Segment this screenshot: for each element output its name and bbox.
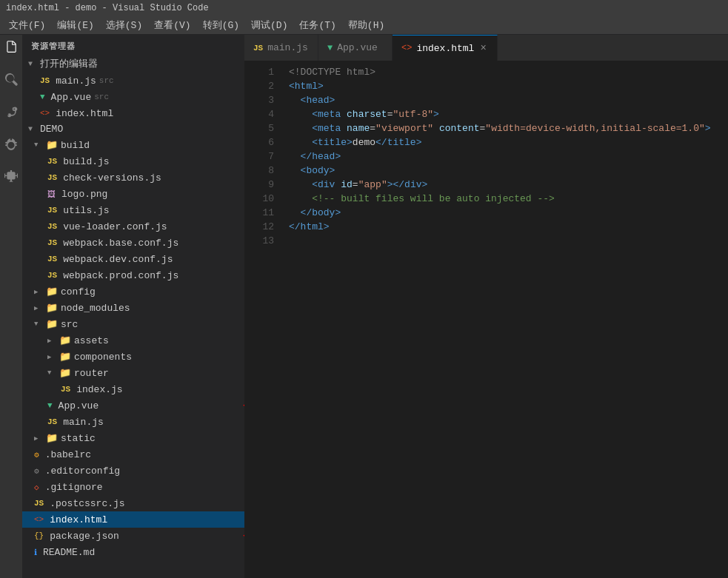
file-index-html[interactable]: <> index.html (22, 511, 244, 528)
folder-name: node_modules (61, 303, 130, 314)
info-icon: ℹ (34, 548, 37, 557)
git-icon: ◇ (34, 483, 39, 492)
tab-index-html[interactable]: <> index.html × (393, 35, 498, 61)
tab-label: App.vue (337, 42, 378, 53)
open-editor-main-js[interactable]: JS main.js src (22, 73, 244, 89)
file-postcssrc[interactable]: JS .postcssrc.js (22, 495, 244, 511)
file-check-versions[interactable]: JS check-versions.js (22, 169, 244, 186)
filename: .babelrc (45, 449, 91, 460)
tab-label: main.js (267, 42, 308, 53)
folder-name: assets (74, 335, 109, 346)
file-webpack-dev[interactable]: JS webpack.dev.conf.js (22, 251, 244, 267)
git-icon[interactable] (2, 103, 20, 121)
file-editorconfig[interactable]: ⚙ .editorconfig (22, 463, 244, 479)
menu-view[interactable]: 查看(V) (148, 17, 196, 33)
static-chevron (34, 434, 44, 443)
gear-icon: ⚙ (34, 466, 39, 476)
extensions-icon[interactable] (2, 168, 20, 186)
folder-icon: 📁 (46, 318, 58, 330)
src-chevron (34, 320, 44, 328)
filename: build.js (63, 156, 109, 167)
folder-name: config (61, 286, 96, 298)
code-content[interactable]: <!DOCTYPE html> <html> <head> <meta char… (280, 61, 728, 578)
filename: index.html (50, 514, 107, 525)
debug-icon[interactable] (2, 135, 20, 153)
search-icon[interactable] (2, 70, 20, 88)
build-chevron (34, 141, 44, 149)
img-icon: 🖼 (47, 189, 56, 199)
filename: package.json (50, 531, 119, 542)
file-babelrc[interactable]: ⚙ .babelrc (22, 446, 244, 463)
file-build-js[interactable]: JS build.js (22, 153, 244, 169)
folder-router[interactable]: 📁 router (22, 365, 244, 381)
filename: check-versions.js (63, 172, 161, 184)
sidebar-title: 资源管理器 (22, 35, 244, 55)
tab-app-vue[interactable]: ▼ App.vue (318, 35, 393, 61)
file-path: src (99, 76, 114, 85)
title-bar: index.html - demo - Visual Studio Code (0, 0, 728, 16)
file-utils-js[interactable]: JS utils.js (22, 202, 244, 218)
node-modules-chevron (34, 304, 44, 312)
file-src-app-vue[interactable]: ▼ App.vue ← (22, 397, 244, 414)
activity-bar (0, 35, 22, 578)
tab-close-button[interactable]: × (478, 41, 487, 55)
folder-assets[interactable]: 📁 assets (22, 332, 244, 349)
filename: webpack.base.conf.js (63, 238, 178, 249)
filename: App.vue (51, 92, 92, 103)
filename: webpack.dev.conf.js (63, 254, 173, 265)
open-editors-chevron (28, 60, 39, 68)
title-text: index.html - demo - Visual Studio Code (6, 3, 209, 13)
open-editors-section[interactable]: 打开的编辑器 (22, 55, 244, 73)
filename: index.js (76, 384, 122, 395)
file-logo-png[interactable]: 🖼 logo.png (22, 186, 244, 202)
tab-main-js[interactable]: JS main.js (244, 35, 318, 61)
file-readme[interactable]: ℹ README.md (22, 544, 244, 560)
html-icon: <> (40, 109, 50, 118)
file-webpack-prod[interactable]: JS webpack.prod.conf.js (22, 267, 244, 283)
js-icon: JS (47, 222, 57, 231)
folder-config[interactable]: 📁 config (22, 283, 244, 300)
file-router-index-js[interactable]: JS index.js (22, 381, 244, 397)
folder-icon: 📁 (46, 286, 58, 298)
folder-components[interactable]: 📁 components (22, 349, 244, 365)
folder-name: components (74, 352, 132, 363)
assets-chevron (47, 337, 58, 345)
folder-src[interactable]: 📁 src (22, 316, 244, 332)
code-editor[interactable]: 1 2 3 4 5 6 7 8 9 10 11 12 13 <!DOCTYPE … (244, 61, 728, 578)
file-gitignore[interactable]: ◇ .gitignore (22, 479, 244, 495)
js-icon: JS (47, 173, 57, 182)
menu-goto[interactable]: 转到(G) (197, 17, 245, 33)
file-src-main-js[interactable]: JS main.js (22, 414, 244, 430)
folder-static[interactable]: 📁 static (22, 430, 244, 446)
js-icon: JS (34, 499, 44, 508)
filename: App.vue (59, 400, 99, 411)
file-package-json[interactable]: {} package.json ← (22, 528, 244, 544)
folder-node-modules[interactable]: 📁 node_modules (22, 300, 244, 316)
js-icon: JS (40, 76, 50, 85)
tab-vue-icon: ▼ (327, 43, 333, 53)
tab-bar: JS main.js ▼ App.vue <> index.html × (244, 35, 728, 61)
open-editor-index-html[interactable]: <> index.html (22, 105, 244, 121)
file-vue-loader[interactable]: JS vue-loader.conf.js (22, 218, 244, 235)
filename: vue-loader.conf.js (63, 221, 167, 232)
folder-name: static (61, 433, 96, 444)
filename: main.js (63, 417, 104, 428)
folder-name: src (61, 319, 78, 330)
json-icon: {} (34, 531, 44, 540)
menu-edit[interactable]: 编辑(E) (51, 17, 99, 33)
demo-section[interactable]: DEMO (22, 121, 244, 137)
menu-select[interactable]: 选择(S) (100, 17, 148, 33)
folder-build[interactable]: 📁 build (22, 137, 244, 153)
config-chevron (34, 288, 44, 296)
file-webpack-base[interactable]: JS webpack.base.conf.js (22, 235, 244, 251)
open-editor-app-vue[interactable]: ▼ App.vue src (22, 89, 244, 105)
menu-file[interactable]: 文件(F) (3, 17, 51, 33)
menu-help[interactable]: 帮助(H) (342, 17, 390, 33)
folder-icon: 📁 (46, 432, 58, 444)
main-layout: 资源管理器 打开的编辑器 JS main.js src ▼ App.vue sr… (0, 35, 728, 578)
folder-icon: 📁 (59, 335, 71, 346)
menu-debug[interactable]: 调试(D) (245, 17, 293, 33)
router-chevron (47, 369, 58, 377)
menu-task[interactable]: 任务(T) (293, 17, 341, 33)
explorer-icon[interactable] (2, 38, 20, 56)
